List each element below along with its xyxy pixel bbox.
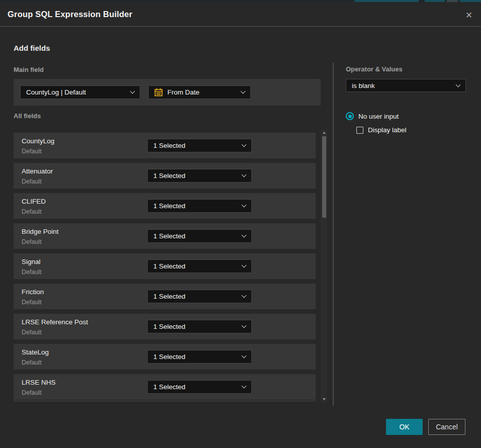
field-row-subtitle: Default [22,178,42,185]
all-fields-list: CountyLog Default 1 Selected Attenuator … [14,133,316,404]
field-row-selected-dropdown[interactable]: 1 Selected [147,169,252,183]
field-row: Friction Default 1 Selected [14,284,316,309]
field-row-name: LRSE NHS [22,379,56,386]
field-row-subtitle: Default [22,268,42,276]
field-row-selected-dropdown[interactable]: 1 Selected [147,199,252,213]
chevron-down-icon [242,142,247,147]
field-row-selected-value: 1 Selected [153,172,238,180]
field-row-selected-dropdown[interactable]: 1 Selected [147,139,252,152]
main-field-layer-select-value: CountyLog | Default [26,88,127,96]
field-row-selected-value: 1 Selected [153,383,238,391]
field-row: LRSE Reference Post Default 1 Selected [14,314,316,339]
field-row-name: CountyLog [22,137,54,145]
main-field-layer-select[interactable]: CountyLog | Default [20,85,140,99]
all-fields-scrollbar[interactable] [321,130,327,402]
scrollbar-up-arrow-icon[interactable] [321,130,327,136]
no-user-input-radio[interactable]: No user input [346,112,399,120]
calendar-icon [154,88,163,97]
close-icon[interactable]: ✕ [462,8,476,22]
field-row-name: Attenuator [22,167,53,175]
chevron-down-icon [242,323,247,328]
add-fields-heading: Add fields [14,44,50,52]
field-row: Signal Default 1 Selected [14,253,316,279]
field-row: CountyLog Default 1 Selected [14,133,316,158]
field-row-selected-value: 1 Selected [153,232,238,240]
scrollbar-thumb[interactable] [322,136,326,218]
field-row-selected-dropdown[interactable]: 1 Selected [147,350,252,364]
field-row-subtitle: Default [22,329,42,336]
field-row-selected-value: 1 Selected [153,293,238,300]
field-row-name: CLIFED [22,198,46,205]
field-row-subtitle: Default [22,359,42,366]
field-row-name: Signal [22,258,41,265]
field-row-subtitle: Default [22,208,42,215]
field-row-selected-value: 1 Selected [153,353,238,361]
main-field-date-select[interactable]: From Date [148,85,251,99]
chevron-down-icon [242,233,247,238]
field-row-selected-dropdown[interactable]: 1 Selected [147,290,252,303]
field-row-name: LRSE Reference Post [22,318,88,326]
no-user-input-label: No user input [358,113,399,120]
chevron-down-icon [242,203,247,208]
dialog-title: Group SQL Expression Builder [8,10,132,19]
chevron-down-icon [242,353,247,359]
field-row-subtitle: Default [22,299,42,306]
field-row-selected-dropdown[interactable]: 1 Selected [147,229,252,243]
display-label-checkbox[interactable]: Display label [356,126,407,134]
field-row-selected-dropdown[interactable]: 1 Selected [147,380,252,394]
field-row-name: StateLog [22,348,49,356]
all-fields-label: All fields [14,112,41,120]
field-row-selected-dropdown[interactable]: 1 Selected [147,259,252,273]
list-bottom-divider [14,401,316,401]
main-field-date-select-value: From Date [167,88,237,96]
main-field-panel: CountyLog | Default From Date [14,79,321,106]
field-row: Bridge Point Default 1 Selected [14,223,316,249]
field-row-selected-value: 1 Selected [153,262,238,270]
field-row-name: Bridge Point [22,228,59,235]
screen: Group SQL Expression Builder ✕ Add field… [0,0,481,448]
vertical-divider [333,63,334,406]
field-row-selected-dropdown[interactable]: 1 Selected [147,320,252,333]
dialog-header: Group SQL Expression Builder ✕ [0,2,481,27]
chevron-down-icon [242,384,247,389]
chevron-down-icon [242,293,247,298]
field-row: CLIFED Default 1 Selected [14,193,316,219]
field-row-selected-value: 1 Selected [153,323,238,330]
field-row: Attenuator Default 1 Selected [14,163,316,189]
field-row-subtitle: Default [22,389,42,396]
main-field-label: Main field [14,66,44,73]
checkbox-unchecked-icon [356,127,363,134]
operator-values-heading: Operator & Values [346,65,403,73]
field-row-name: Friction [22,288,44,296]
operator-select[interactable]: is blank [346,79,466,92]
display-label-label: Display label [368,126,407,134]
chevron-down-icon [242,172,247,177]
chevron-down-icon [241,89,246,94]
ok-button[interactable]: OK [386,419,423,435]
cancel-button[interactable]: Cancel [428,419,465,435]
group-sql-expression-builder-dialog: Group SQL Expression Builder ✕ Add field… [0,2,481,448]
chevron-down-icon [242,263,247,268]
field-row: StateLog Default 1 Selected [14,344,316,370]
scrollbar-down-arrow-icon[interactable] [321,396,327,402]
field-row-selected-value: 1 Selected [153,142,238,149]
chevron-down-icon [130,89,135,94]
radio-selected-icon [346,112,354,120]
field-row-subtitle: Default [22,238,42,245]
chevron-down-icon [456,82,461,87]
field-row: LRSE NHS Default 1 Selected [14,374,316,400]
field-row-selected-value: 1 Selected [153,202,238,210]
operator-select-value: is blank [352,82,452,89]
field-row-subtitle: Default [22,148,42,155]
